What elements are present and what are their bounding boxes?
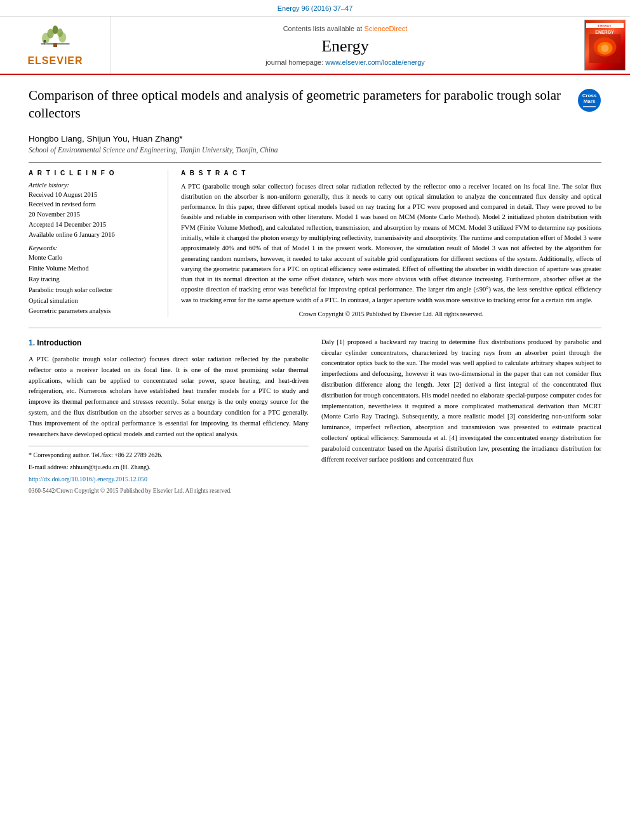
section-divider <box>29 328 601 328</box>
authors-line: Hongbo Liang, Shijun You, Huan Zhang* <box>29 134 601 143</box>
keyword-item: Monte Carlo <box>29 253 158 263</box>
journal-cover-area: ENERGY ENERGY <box>579 17 630 74</box>
sciencedirect-link[interactable]: ScienceDirect <box>364 25 407 32</box>
footnote-corresponding: * Corresponding author. Tel./fax: +86 22… <box>29 450 309 460</box>
received-revised-date: 20 November 2015 <box>29 210 158 220</box>
elsevier-logo: ELSEVIER <box>27 24 83 67</box>
top-banner: Energy 96 (2016) 37–47 <box>0 0 630 17</box>
keywords-list: Monte CarloFinite Volume MethodRay traci… <box>29 253 158 317</box>
journal-info-center: Contents lists available at ScienceDirec… <box>111 17 579 74</box>
body-columns: 1. Introduction A PTC (parabolic trough … <box>29 337 601 497</box>
article-info-column: A R T I C L E I N F O Article history: R… <box>29 170 168 317</box>
contents-available-line: Contents lists available at ScienceDirec… <box>283 25 408 32</box>
main-content: Comparison of three optical models and a… <box>0 75 630 509</box>
svg-point-7 <box>43 39 46 43</box>
footnote-email: E-mail address: zhhuan@tju.edu.cn (H. Zh… <box>29 462 309 472</box>
section-number: 1. <box>29 338 35 347</box>
article-info-abstract: A R T I C L E I N F O Article history: R… <box>29 163 601 317</box>
title-area: Comparison of three optical models and a… <box>29 86 601 129</box>
svg-point-5 <box>57 28 63 37</box>
keyword-item: Finite Volume Method <box>29 263 158 274</box>
affiliation: School of Environmental Science and Engi… <box>29 146 601 154</box>
section-1-title: 1. Introduction <box>29 337 309 349</box>
svg-point-12 <box>601 44 608 52</box>
received-revised-label: Received in revised form <box>29 199 158 210</box>
history-label: Article history: <box>29 182 158 189</box>
available-online: Available online 6 January 2016 <box>29 230 158 240</box>
elsevier-wordmark: ELSEVIER <box>27 55 83 67</box>
elsevier-logo-area: ELSEVIER <box>0 17 111 74</box>
keywords-label: Keywords: <box>29 244 158 251</box>
intro-paragraph-2: Daly [1] proposed a backward ray tracing… <box>321 337 601 465</box>
abstract-column: A B S T R A C T A PTC (parabolic trough … <box>181 170 601 317</box>
journal-header: ELSEVIER Contents lists available at Sci… <box>0 17 630 75</box>
journal-cover-thumbnail: ENERGY ENERGY <box>584 20 626 70</box>
homepage-link[interactable]: www.elsevier.com/locate/energy <box>325 58 425 66</box>
keyword-item: Geometric parameters analysis <box>29 306 158 317</box>
journal-title: Energy <box>321 37 369 56</box>
elsevier-tree-icon <box>36 24 74 53</box>
cover-image <box>587 34 622 63</box>
accepted-date: Accepted 14 December 2015 <box>29 220 158 230</box>
article-info-heading: A R T I C L E I N F O <box>29 170 158 177</box>
svg-text:Cross: Cross <box>582 93 597 98</box>
footnote-area: * Corresponding author. Tel./fax: +86 22… <box>29 446 309 496</box>
svg-text:Mark: Mark <box>584 98 596 104</box>
received-date: Received 10 August 2015 <box>29 190 158 200</box>
cover-top-bar: ENERGY <box>586 23 624 28</box>
keyword-item: Optical simulation <box>29 296 158 307</box>
article-title: Comparison of three optical models and a… <box>29 86 571 123</box>
history-block: Article history: Received 10 August 2015… <box>29 182 158 240</box>
copyright-line: Crown Copyright © 2015 Published by Else… <box>181 310 601 317</box>
keyword-item: Parabolic trough solar collector <box>29 285 158 296</box>
abstract-heading: A B S T R A C T <box>181 170 601 177</box>
intro-title: Introduction <box>37 338 81 347</box>
crossmark-icon: Cross Mark <box>577 88 601 112</box>
body-right-column: Daly [1] proposed a backward ray tracing… <box>321 337 601 497</box>
homepage-line: journal homepage: www.elsevier.com/locat… <box>265 58 425 66</box>
intro-paragraph-1: A PTC (parabolic trough solar collector)… <box>29 354 309 439</box>
doi-link[interactable]: http://dx.doi.org/10.1016/j.energy.2015.… <box>29 476 147 483</box>
doi-line: http://dx.doi.org/10.1016/j.energy.2015.… <box>29 474 309 484</box>
issn-line: 0360-5442/Crown Copyright © 2015 Publish… <box>29 486 309 496</box>
keyword-item: Ray tracing <box>29 274 158 285</box>
keywords-section: Keywords: Monte CarloFinite Volume Metho… <box>29 244 158 317</box>
body-left-column: 1. Introduction A PTC (parabolic trough … <box>29 337 309 497</box>
crossmark-badge[interactable]: Cross Mark <box>577 88 601 115</box>
cover-title: ENERGY <box>595 30 614 34</box>
journal-reference: Energy 96 (2016) 37–47 <box>278 4 353 12</box>
svg-rect-6 <box>53 43 57 47</box>
abstract-text: A PTC (parabolic trough solar collector)… <box>181 182 601 305</box>
